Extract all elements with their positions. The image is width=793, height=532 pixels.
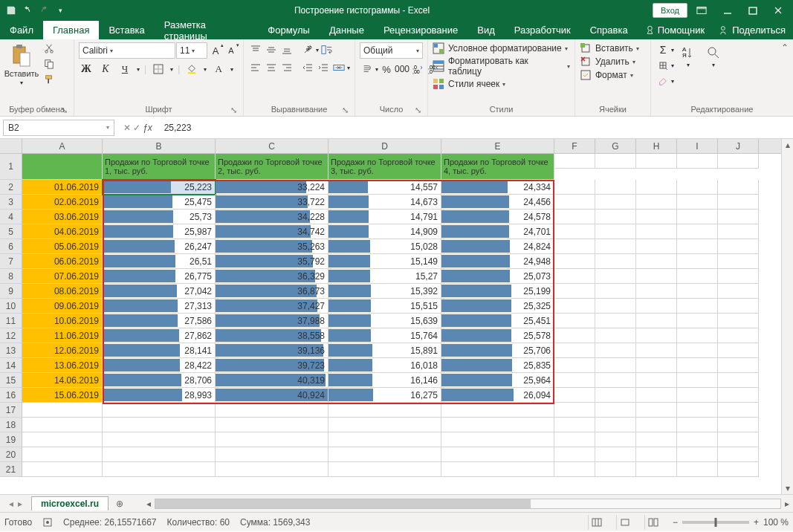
col-B[interactable]: B: [103, 139, 216, 153]
cell[interactable]: 35,263: [216, 239, 328, 254]
cell[interactable]: 14.06.2019: [22, 373, 103, 388]
align-center-icon[interactable]: [264, 60, 279, 75]
cell[interactable]: 24,334: [441, 180, 554, 195]
cell[interactable]: 25,223: [103, 180, 216, 195]
col-H[interactable]: H: [636, 139, 677, 153]
pagelayout-view-icon[interactable]: [616, 515, 634, 530]
comma-icon[interactable]: 000: [395, 62, 410, 77]
cell[interactable]: 24,948: [441, 254, 554, 269]
cell[interactable]: 10.06.2019: [22, 314, 103, 328]
cell[interactable]: 26,094: [441, 388, 554, 403]
number-launcher-icon[interactable]: ⤡: [412, 105, 423, 115]
row-6[interactable]: 6: [0, 239, 22, 254]
currency-icon[interactable]: [360, 62, 375, 77]
row-3[interactable]: 3: [0, 195, 22, 210]
sort-filter-button[interactable]: AЯ▾: [677, 42, 699, 102]
cell[interactable]: 39,723: [216, 358, 328, 373]
cell[interactable]: 38,558: [216, 328, 328, 343]
cell[interactable]: 27,042: [103, 284, 216, 299]
col-E[interactable]: E: [441, 139, 554, 153]
pagebreak-view-icon[interactable]: [644, 515, 662, 530]
share-button[interactable]: Поделиться: [712, 21, 793, 39]
row-11[interactable]: 11: [0, 314, 22, 328]
undo-icon[interactable]: [21, 4, 34, 17]
font-color-icon[interactable]: A: [211, 62, 226, 77]
cell[interactable]: 40,924: [216, 388, 328, 403]
cell[interactable]: 25,475: [103, 195, 216, 210]
qat-more-icon[interactable]: ▾: [54, 4, 67, 17]
row-15[interactable]: 15: [0, 373, 22, 388]
col-I[interactable]: I: [677, 139, 718, 153]
font-name-select[interactable]: Calibri▾: [79, 42, 175, 59]
row-14[interactable]: 14: [0, 358, 22, 373]
cell[interactable]: 02.06.2019: [22, 195, 103, 210]
bold-icon[interactable]: Ж: [79, 62, 94, 77]
tab-formulas[interactable]: Формулы: [258, 21, 320, 39]
tab-insert[interactable]: Вставка: [99, 21, 154, 39]
cell[interactable]: 25,706: [441, 343, 554, 358]
paste-button[interactable]: Вставить ▾: [4, 41, 39, 100]
font-launcher-icon[interactable]: ⤡: [228, 105, 239, 115]
cell[interactable]: 14,909: [328, 224, 441, 239]
format-as-table-button[interactable]: Форматировать как таблицу▾: [433, 56, 570, 77]
row-2[interactable]: 2: [0, 180, 22, 195]
decrease-font-icon[interactable]: A▾: [224, 43, 239, 58]
cell[interactable]: 37,988: [216, 314, 328, 328]
cell[interactable]: 25,987: [103, 224, 216, 239]
find-select-button[interactable]: ▾: [702, 42, 725, 102]
cell[interactable]: 15,764: [328, 328, 441, 343]
autosum-icon[interactable]: Σ: [656, 42, 670, 57]
cell[interactable]: 28,993: [103, 388, 216, 403]
row-18[interactable]: 18: [0, 418, 22, 432]
cell[interactable]: 39,136: [216, 343, 328, 358]
sheet-nav-next-icon[interactable]: ▸: [18, 499, 22, 509]
wrap-text-icon[interactable]: [320, 42, 334, 57]
sheet-tab[interactable]: microexcel.ru: [31, 496, 109, 510]
col-D[interactable]: D: [328, 139, 441, 153]
zoom-level[interactable]: 100 %: [763, 517, 789, 528]
align-top-icon[interactable]: [248, 42, 263, 57]
row-13[interactable]: 13: [0, 343, 22, 358]
cell[interactable]: 15,392: [328, 284, 441, 299]
cell[interactable]: 16,146: [328, 373, 441, 388]
close-icon[interactable]: [766, 2, 790, 19]
cell[interactable]: Продажи по Торговой точке 4, тыс. руб.: [441, 154, 554, 180]
cell[interactable]: 27,313: [103, 299, 216, 314]
format-cells-button[interactable]: Формат▾: [580, 69, 633, 81]
cell[interactable]: 04.06.2019: [22, 224, 103, 239]
decrease-indent-icon[interactable]: [300, 60, 315, 75]
cell[interactable]: 36,873: [216, 284, 328, 299]
macro-record-icon[interactable]: [42, 517, 53, 528]
font-size-select[interactable]: 11▾: [176, 42, 207, 59]
cell[interactable]: 07.06.2019: [22, 269, 103, 284]
cell[interactable]: 14,791: [328, 210, 441, 224]
cell[interactable]: 27,862: [103, 328, 216, 343]
delete-cells-button[interactable]: Удалить▾: [580, 56, 635, 68]
cell[interactable]: 09.06.2019: [22, 299, 103, 314]
tab-pagelayout[interactable]: Разметка страницы: [155, 21, 259, 39]
cancel-formula-icon[interactable]: ✕: [123, 123, 131, 133]
italic-icon[interactable]: К: [98, 62, 113, 77]
cell[interactable]: 25,073: [441, 269, 554, 284]
cell[interactable]: 25,451: [441, 314, 554, 328]
cell[interactable]: 28,706: [103, 373, 216, 388]
clipboard-launcher-icon[interactable]: ⤡: [59, 105, 69, 115]
col-C[interactable]: C: [216, 139, 328, 153]
tab-review[interactable]: Рецензирование: [374, 21, 467, 39]
number-format-select[interactable]: Общий▾: [360, 42, 423, 59]
row-4[interactable]: 4: [0, 210, 22, 224]
align-middle-icon[interactable]: [264, 42, 279, 57]
cell[interactable]: 24,578: [441, 210, 554, 224]
row-19[interactable]: 19: [0, 432, 22, 447]
select-all-triangle[interactable]: [0, 139, 22, 153]
cell[interactable]: 35,792: [216, 254, 328, 269]
cell[interactable]: 05.06.2019: [22, 239, 103, 254]
col-F[interactable]: F: [554, 139, 595, 153]
cell[interactable]: 14,673: [328, 195, 441, 210]
row-16[interactable]: 16: [0, 388, 22, 403]
cell[interactable]: 08.06.2019: [22, 284, 103, 299]
cell[interactable]: 01.06.2019: [22, 180, 103, 195]
row-17[interactable]: 17: [0, 403, 22, 418]
cell[interactable]: 34,228: [216, 210, 328, 224]
save-icon[interactable]: [4, 4, 18, 17]
